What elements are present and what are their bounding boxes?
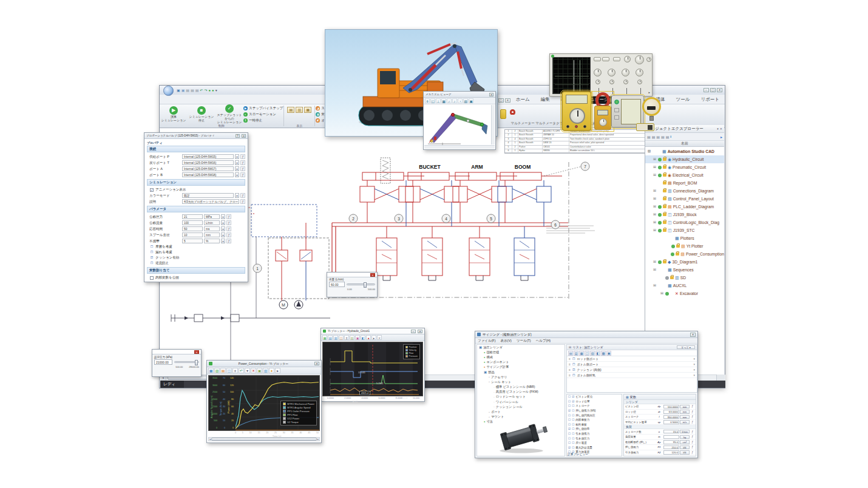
unit-dropdown[interactable]: m/s bbox=[680, 420, 690, 424]
quick-access-icon[interactable]: ▤ bbox=[191, 88, 194, 92]
dropdown-arrow-icon[interactable]: ▾ bbox=[221, 232, 225, 237]
plot-tool-icon[interactable]: ▨ bbox=[214, 368, 220, 373]
tree-item[interactable]: ⊞▦Sequences bbox=[645, 266, 724, 274]
list-tool-icon[interactable]: ◧ bbox=[595, 351, 600, 356]
ribbon-small-button[interactable]: ▶ステップバイステップ bbox=[243, 106, 283, 111]
formula-button[interactable]: ƒ bbox=[690, 435, 694, 438]
plot-tool-icon[interactable]: ▥ bbox=[263, 368, 268, 373]
explorer-tool-icon[interactable]: ▤ bbox=[661, 135, 665, 139]
formula-button[interactable]: ƒ bbox=[690, 410, 694, 413]
legend-item[interactable]: PP1 Flow bbox=[283, 413, 314, 416]
list-row[interactable]: ≡☐ボトム側排気▾ bbox=[567, 373, 697, 378]
plot-tool-icon[interactable]: ● bbox=[366, 335, 371, 340]
formula-button[interactable]: ƒ bbox=[690, 421, 694, 424]
formula-button[interactable]: ƒ bbox=[226, 220, 231, 225]
plot-tool-icon[interactable]: ▣ bbox=[257, 368, 262, 373]
parameter-checkbox-row[interactable]: ☐逆流防止 bbox=[147, 260, 245, 266]
checkbox[interactable] bbox=[150, 276, 154, 280]
quick-access-icon[interactable]: ▤ bbox=[186, 88, 189, 92]
menu-item[interactable]: 表示(V) bbox=[501, 339, 512, 343]
tree-item[interactable]: ▨Yt Plotter bbox=[645, 242, 724, 250]
unit-dropdown[interactable]: MPa bbox=[204, 214, 220, 219]
plot-hscrollbar[interactable]: ◂ ▸ bbox=[208, 437, 320, 441]
tree-item[interactable]: ⊞▧Control_Panel_Layout bbox=[645, 195, 724, 203]
legend-item[interactable]: Flow bbox=[405, 352, 418, 354]
plot-canvas[interactable]: 3500300025002000150010005000 70605040302… bbox=[208, 375, 320, 431]
quick-access-icon[interactable]: ● bbox=[212, 89, 214, 92]
sizing-tree-item[interactable]: ·標準 ピストンシール (NBR) bbox=[477, 385, 565, 390]
variable-checkbox-row[interactable]: ☐☐内部摩擦力 bbox=[567, 418, 622, 422]
text-field[interactable]: Internal (125-D4H-5M18) bbox=[182, 172, 234, 177]
value-field[interactable]: 10 bbox=[182, 232, 203, 237]
app-logo-icon[interactable] bbox=[163, 86, 174, 96]
list-tool-icon[interactable]: ▨ bbox=[590, 351, 595, 356]
unit-dropdown[interactable]: kg bbox=[680, 435, 690, 439]
pin-icon[interactable]: ▾ bbox=[717, 127, 719, 130]
dropdown-arrow-icon[interactable]: ▾ bbox=[235, 193, 239, 198]
unit-dropdown[interactable]: mm bbox=[680, 415, 690, 419]
formula-button[interactable]: ƒ bbox=[240, 193, 245, 198]
plot-tool-icon[interactable]: ▥ bbox=[333, 335, 338, 340]
sizing-tree-item[interactable]: ◦シール キット bbox=[477, 379, 565, 384]
variable-checkbox-row[interactable]: ☐☐引き側推力 bbox=[567, 432, 622, 436]
tree-item[interactable]: ⊞▤PLC_Ladder_Diagram bbox=[645, 203, 724, 211]
formula-button[interactable]: ƒ bbox=[226, 214, 231, 219]
close-button[interactable]: ✕ bbox=[717, 88, 722, 92]
unit-dropdown[interactable]: 1/min bbox=[680, 430, 690, 434]
properties-close-icon[interactable]: ✕ bbox=[242, 134, 246, 138]
ribbon-tab[interactable]: ツール bbox=[671, 95, 696, 104]
section-header[interactable]: シミュレーション bbox=[147, 179, 245, 186]
text-field[interactable]: Internal (125-D4H-5M17) bbox=[182, 166, 234, 171]
collapse-icon[interactable]: ⊟ bbox=[569, 345, 571, 349]
list-tool-icon[interactable]: ▥ bbox=[574, 351, 578, 356]
unit-dropdown[interactable]: L/min bbox=[204, 220, 220, 225]
value-field[interactable] bbox=[663, 435, 679, 439]
unit-dropdown[interactable]: mm bbox=[680, 405, 690, 409]
dropdown-arrow-icon[interactable]: ▾ bbox=[235, 160, 239, 165]
plot-tool-icon[interactable]: ▦ bbox=[322, 335, 327, 340]
view-icon-button[interactable]: ▤ bbox=[287, 107, 294, 113]
scope-button-2[interactable] bbox=[602, 57, 609, 61]
ribbon-small-button[interactable]: ‖一時停止 bbox=[243, 118, 283, 123]
formula-button[interactable]: ƒ bbox=[690, 415, 694, 418]
ch3-volts-knob[interactable] bbox=[622, 69, 629, 76]
explorer-tool-icon[interactable]: ▤ bbox=[666, 135, 670, 139]
explorer-tool-icon[interactable]: ▸ bbox=[721, 135, 722, 139]
legend-item[interactable]: Velocity bbox=[405, 349, 418, 351]
formula-button[interactable]: ƒ bbox=[226, 226, 231, 231]
scope-arrow-icon[interactable]: ▸ bbox=[648, 90, 650, 94]
clamp-dial[interactable] bbox=[599, 118, 607, 126]
scope-button-1[interactable] bbox=[594, 57, 601, 61]
legend-item[interactable]: Position bbox=[405, 346, 418, 348]
plot-tool-icon[interactable]: ▦ bbox=[208, 368, 214, 373]
filter-combo[interactable]: すべて ▾ bbox=[677, 345, 695, 350]
plot-minimize-icon[interactable]: – bbox=[411, 330, 416, 333]
slider-value-field[interactable]: 21000.00 bbox=[154, 359, 172, 365]
plot-tool-icon[interactable]: ▾ bbox=[245, 368, 250, 373]
plot-tool-icon[interactable]: ◫ bbox=[339, 335, 344, 340]
formula-button[interactable]: ƒ bbox=[226, 239, 231, 243]
formula-button[interactable]: ƒ bbox=[690, 451, 694, 454]
ribbon-big-button[interactable]: ▶演算 シミュレーション bbox=[160, 105, 188, 123]
explorer-tool-icon[interactable]: i bbox=[670, 135, 671, 138]
tree-item[interactable]: ⊞◉Hydraulic_Circuit bbox=[645, 155, 724, 163]
bom-table[interactable]: 12Bosch RexrothA10VSO 71 DFRVariable dis… bbox=[504, 129, 646, 154]
sizing-tree-item[interactable]: ▣部品 bbox=[477, 370, 565, 374]
ribbon-tab[interactable]: ホーム bbox=[510, 95, 535, 104]
sizing-tree-item[interactable]: ◦ポート bbox=[477, 409, 565, 414]
trigger-knob[interactable] bbox=[635, 55, 644, 64]
ch3-slider[interactable] bbox=[626, 88, 627, 94]
mechanism-tool-icon[interactable]: ▣ bbox=[469, 98, 473, 103]
variable-checkbox-row[interactable]: ☑☐最大許容流量 bbox=[567, 446, 622, 450]
mechanism-tool-icon[interactable]: ⊥ bbox=[436, 98, 441, 103]
dialog-close-icon[interactable]: ✕ bbox=[370, 273, 375, 277]
sizing-tree-item[interactable]: ●サイジング計算 bbox=[477, 365, 565, 370]
list-row[interactable]: ≡☐ロッド側ポート▾ bbox=[567, 356, 697, 362]
panel-close-icon[interactable]: ✕ bbox=[720, 127, 722, 130]
ch4-slider[interactable] bbox=[640, 88, 641, 94]
ch1-pos-knob[interactable] bbox=[595, 80, 600, 84]
mechanism-tool-icon[interactable]: ▦ bbox=[441, 98, 446, 103]
ribbon-maximize-button[interactable]: ▢ bbox=[498, 98, 504, 103]
tree-item[interactable]: ⊟▦Automation Studio CAD bbox=[645, 147, 724, 155]
explorer-column-header[interactable]: 名前 bbox=[645, 141, 724, 147]
